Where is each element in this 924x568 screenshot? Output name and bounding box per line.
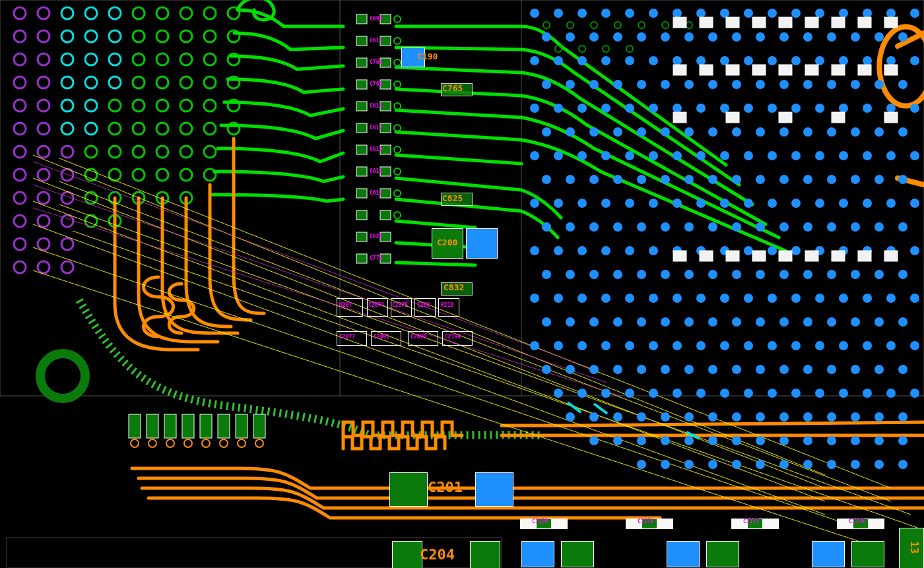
svg-point-520 bbox=[131, 439, 139, 447]
svg-rect-488 bbox=[884, 17, 898, 28]
svg-point-287 bbox=[696, 199, 706, 208]
svg-rect-508 bbox=[805, 251, 818, 261]
svg-point-411 bbox=[898, 365, 908, 374]
svg-point-217 bbox=[601, 104, 610, 113]
svg-point-10 bbox=[14, 146, 26, 158]
svg-point-342 bbox=[827, 270, 836, 279]
svg-point-336 bbox=[684, 270, 694, 279]
svg-point-363 bbox=[542, 317, 551, 327]
pad-bf2b bbox=[706, 541, 739, 567]
svg-point-92 bbox=[204, 123, 216, 135]
svg-point-42 bbox=[85, 53, 97, 65]
svg-point-156 bbox=[720, 9, 729, 18]
svg-point-333 bbox=[613, 270, 622, 279]
svg-point-401 bbox=[661, 365, 670, 374]
svg-point-283 bbox=[601, 199, 610, 208]
svg-point-282 bbox=[578, 199, 587, 208]
bga-dots bbox=[530, 9, 919, 469]
svg-point-301 bbox=[637, 222, 646, 232]
svg-point-186 bbox=[649, 56, 658, 65]
svg-point-172 bbox=[708, 32, 717, 42]
svg-point-267 bbox=[613, 175, 622, 184]
svg-point-175 bbox=[779, 32, 789, 42]
svg-rect-115 bbox=[380, 15, 391, 24]
svg-point-438 bbox=[803, 412, 812, 422]
svg-point-408 bbox=[827, 365, 836, 374]
svg-point-273 bbox=[756, 175, 765, 184]
svg-point-452 bbox=[803, 436, 812, 445]
svg-point-458 bbox=[661, 460, 670, 469]
svg-rect-485 bbox=[805, 17, 818, 28]
svg-point-31 bbox=[61, 215, 73, 227]
svg-point-305 bbox=[732, 222, 741, 232]
svg-line-529 bbox=[594, 404, 607, 414]
svg-point-390 bbox=[791, 341, 801, 350]
svg-point-226 bbox=[815, 104, 824, 113]
svg-point-450 bbox=[756, 436, 765, 445]
svg-rect-496 bbox=[858, 65, 871, 75]
svg-point-47 bbox=[109, 30, 121, 42]
outline-r219 bbox=[438, 298, 459, 317]
svg-point-290 bbox=[768, 199, 777, 208]
svg-point-298 bbox=[566, 222, 575, 232]
svg-point-46 bbox=[109, 7, 121, 19]
svg-point-21 bbox=[38, 123, 50, 135]
svg-rect-502 bbox=[884, 112, 898, 123]
svg-point-272 bbox=[732, 175, 741, 184]
svg-point-357 bbox=[791, 294, 801, 303]
svg-rect-499 bbox=[726, 112, 739, 123]
svg-point-152 bbox=[625, 9, 634, 18]
c1176-p1 bbox=[837, 519, 853, 529]
svg-point-286 bbox=[673, 199, 682, 208]
svg-point-337 bbox=[708, 270, 717, 279]
svg-rect-507 bbox=[779, 251, 792, 261]
svg-rect-118 bbox=[356, 58, 367, 67]
svg-point-37 bbox=[61, 77, 73, 88]
svg-point-54 bbox=[109, 100, 121, 111]
svg-point-367 bbox=[637, 317, 646, 327]
svg-point-79 bbox=[180, 30, 192, 42]
svg-point-306 bbox=[756, 222, 765, 232]
svg-point-427 bbox=[910, 389, 919, 398]
svg-rect-126 bbox=[356, 145, 367, 154]
pcb-layout-viewport[interactable]: C190 C765 C825 C200 C832 C201 C204 13 C6… bbox=[0, 0, 924, 568]
svg-point-241 bbox=[779, 127, 789, 137]
svg-rect-494 bbox=[805, 65, 818, 75]
svg-point-460 bbox=[708, 460, 717, 469]
svg-point-40 bbox=[85, 7, 97, 19]
outline-c2074 bbox=[367, 298, 388, 317]
svg-point-415 bbox=[625, 389, 634, 398]
pad-c200-2 bbox=[466, 228, 498, 259]
svg-point-292 bbox=[815, 199, 824, 208]
svg-point-209 bbox=[803, 80, 812, 89]
svg-rect-500 bbox=[779, 112, 792, 123]
svg-point-316 bbox=[601, 246, 610, 255]
svg-point-261 bbox=[863, 151, 872, 160]
svg-point-314 bbox=[554, 246, 563, 255]
svg-point-344 bbox=[874, 270, 884, 279]
svg-point-404 bbox=[732, 365, 741, 374]
svg-point-346 bbox=[530, 294, 539, 303]
svg-point-203 bbox=[661, 80, 670, 89]
svg-point-395 bbox=[910, 341, 919, 350]
svg-point-72 bbox=[156, 77, 168, 88]
svg-point-196 bbox=[886, 56, 896, 65]
svg-rect-492 bbox=[752, 65, 766, 75]
svg-point-353 bbox=[696, 294, 706, 303]
svg-rect-124 bbox=[356, 123, 367, 133]
svg-rect-486 bbox=[832, 17, 845, 28]
svg-rect-516 bbox=[200, 414, 212, 438]
svg-point-80 bbox=[180, 53, 192, 65]
pad-c201-2 bbox=[475, 472, 513, 507]
svg-rect-134 bbox=[356, 232, 367, 241]
svg-rect-129 bbox=[380, 167, 391, 176]
svg-point-303 bbox=[684, 222, 694, 232]
svg-point-93 bbox=[204, 146, 216, 158]
svg-point-189 bbox=[720, 56, 729, 65]
svg-point-218 bbox=[625, 104, 634, 113]
svg-point-180 bbox=[898, 32, 908, 42]
svg-rect-3 bbox=[7, 538, 502, 568]
svg-point-63 bbox=[133, 77, 145, 88]
svg-point-9 bbox=[14, 123, 26, 135]
svg-point-360 bbox=[863, 294, 872, 303]
